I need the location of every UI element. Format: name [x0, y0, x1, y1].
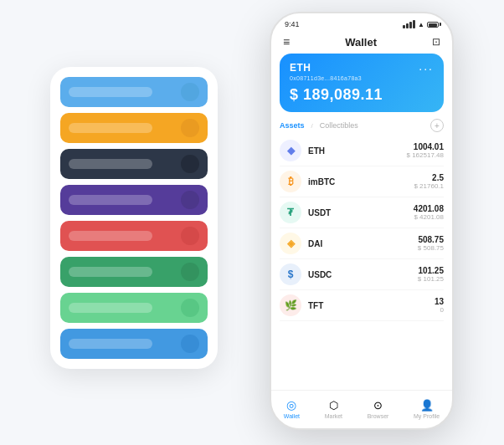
- tab-assets[interactable]: Assets: [280, 121, 305, 130]
- card-row-bar: [69, 303, 152, 313]
- nav-browser[interactable]: ⊙ Browser: [368, 399, 389, 419]
- card-row-bar: [69, 195, 152, 205]
- eth-card-more[interactable]: ···: [419, 62, 434, 75]
- card-row-dot: [181, 299, 199, 317]
- asset-name-usdt: USDT: [308, 208, 414, 217]
- card-row-dark: [60, 149, 208, 179]
- eth-card-label: ETH: [290, 62, 362, 74]
- asset-amount-value: 1004.01: [407, 142, 445, 151]
- assets-header: Assets / Collectibles +: [271, 117, 452, 136]
- card-row-bar: [69, 159, 152, 169]
- asset-icon-eth: ◆: [280, 140, 301, 161]
- asset-icon-tft: 🌿: [280, 294, 301, 316]
- asset-usd-value: $ 101.25: [418, 275, 444, 283]
- card-row-purple: [60, 185, 208, 215]
- card-row-blue: [60, 329, 208, 359]
- wifi-icon: ▲: [418, 21, 424, 28]
- card-row-green-light: [60, 293, 208, 323]
- asset-usd-value: $ 162517.48: [407, 151, 445, 159]
- asset-item-eth[interactable]: ◆ETH1004.01$ 162517.48: [280, 136, 444, 166]
- asset-amounts-usdt: 4201.08$ 4201.08: [414, 204, 444, 221]
- asset-icon-usdc: $: [280, 263, 301, 285]
- scan-icon[interactable]: ⊡: [432, 36, 440, 48]
- asset-amounts-dai: 508.75$ 508.75: [418, 235, 444, 252]
- phone-frame: 9:41 ▲ ≡ Wallet ⊡ ETH 0x08711d3e...8416a…: [270, 12, 454, 430]
- market-nav-icon: ⬡: [329, 399, 338, 412]
- bottom-nav: ◎ Wallet ⬡ Market ⊙ Browser 👤 My Profile: [271, 390, 452, 428]
- market-nav-label: Market: [325, 413, 342, 419]
- asset-name-eth: ETH: [308, 146, 407, 156]
- asset-icon-imbtc: ₿: [280, 171, 301, 192]
- nav-profile[interactable]: 👤 My Profile: [414, 399, 440, 419]
- tab-collectibles[interactable]: Collectibles: [320, 121, 358, 130]
- card-row-blue-light: [60, 77, 208, 107]
- browser-nav-label: Browser: [368, 413, 389, 419]
- asset-name-imbtc: imBTC: [308, 177, 414, 187]
- eth-card[interactable]: ETH 0x08711d3e...8416a78a3 ··· $ 189,089…: [280, 54, 444, 112]
- card-row-dot: [181, 119, 199, 137]
- asset-amounts-eth: 1004.01$ 162517.48: [407, 142, 445, 159]
- assets-tabs: Assets / Collectibles: [280, 121, 358, 130]
- card-row-dot: [181, 335, 199, 353]
- battery-icon: [427, 22, 439, 28]
- asset-name-usdc: USDC: [308, 270, 418, 279]
- asset-name-tft: TFT: [308, 301, 435, 310]
- card-row-bar: [69, 267, 152, 277]
- signal-icon: [403, 20, 415, 28]
- card-row-dot: [181, 191, 199, 209]
- card-row-dot: [181, 263, 199, 281]
- asset-name-dai: DAI: [308, 239, 418, 248]
- asset-usd-value: $ 21760.1: [414, 182, 444, 190]
- asset-item-dai[interactable]: ◈DAI508.75$ 508.75: [280, 228, 444, 259]
- asset-amount-value: 13: [435, 297, 444, 306]
- status-bar: 9:41 ▲: [271, 13, 452, 30]
- status-icons: ▲: [403, 20, 439, 28]
- status-time: 9:41: [285, 20, 300, 28]
- card-row-dot: [181, 155, 199, 173]
- asset-usd-value: $ 508.75: [418, 244, 444, 252]
- card-row-bar: [69, 123, 152, 133]
- asset-list: ◆ETH1004.01$ 162517.48₿imBTC2.5$ 21760.1…: [271, 136, 452, 390]
- asset-usd-value: 0: [435, 306, 444, 314]
- left-card-stack: [50, 67, 218, 369]
- card-row-dot: [181, 227, 199, 245]
- card-row-red: [60, 221, 208, 251]
- card-row-dot: [181, 83, 199, 101]
- card-row-bar: [69, 339, 152, 349]
- card-row-orange: [60, 113, 208, 143]
- profile-nav-icon: 👤: [420, 399, 434, 412]
- eth-card-address: 0x08711d3e...8416a78a3: [290, 75, 362, 81]
- asset-item-usdc[interactable]: $USDC101.25$ 101.25: [280, 259, 444, 290]
- asset-amounts-usdc: 101.25$ 101.25: [418, 266, 444, 283]
- asset-amounts-imbtc: 2.5$ 21760.1: [414, 173, 444, 190]
- asset-amount-value: 4201.08: [414, 204, 444, 213]
- asset-amount-value: 2.5: [414, 173, 444, 182]
- asset-amount-value: 101.25: [418, 266, 444, 275]
- asset-usd-value: $ 4201.08: [414, 213, 444, 221]
- wallet-nav-label: Wallet: [284, 413, 300, 419]
- card-row-bar: [69, 231, 152, 241]
- profile-nav-label: My Profile: [414, 413, 440, 419]
- asset-icon-dai: ◈: [280, 233, 301, 254]
- asset-icon-usdt: ₮: [280, 202, 301, 223]
- browser-nav-icon: ⊙: [373, 399, 383, 412]
- asset-item-usdt[interactable]: ₮USDT4201.08$ 4201.08: [280, 197, 444, 228]
- eth-card-balance: $ 189,089.11: [290, 86, 434, 104]
- card-row-green: [60, 257, 208, 287]
- add-asset-button[interactable]: +: [430, 119, 444, 132]
- nav-market[interactable]: ⬡ Market: [325, 399, 342, 419]
- wallet-nav-icon: ◎: [286, 398, 296, 412]
- menu-icon[interactable]: ≡: [283, 35, 290, 49]
- asset-item-tft[interactable]: 🌿TFT130: [280, 290, 444, 321]
- nav-bar: ≡ Wallet ⊡: [271, 30, 452, 54]
- tab-separator: /: [311, 122, 313, 130]
- nav-wallet[interactable]: ◎ Wallet: [284, 398, 300, 419]
- asset-item-imbtc[interactable]: ₿imBTC2.5$ 21760.1: [280, 166, 444, 197]
- card-row-bar: [69, 87, 152, 97]
- asset-amount-value: 508.75: [418, 235, 444, 244]
- asset-amounts-tft: 130: [435, 297, 444, 314]
- nav-title: Wallet: [345, 36, 377, 49]
